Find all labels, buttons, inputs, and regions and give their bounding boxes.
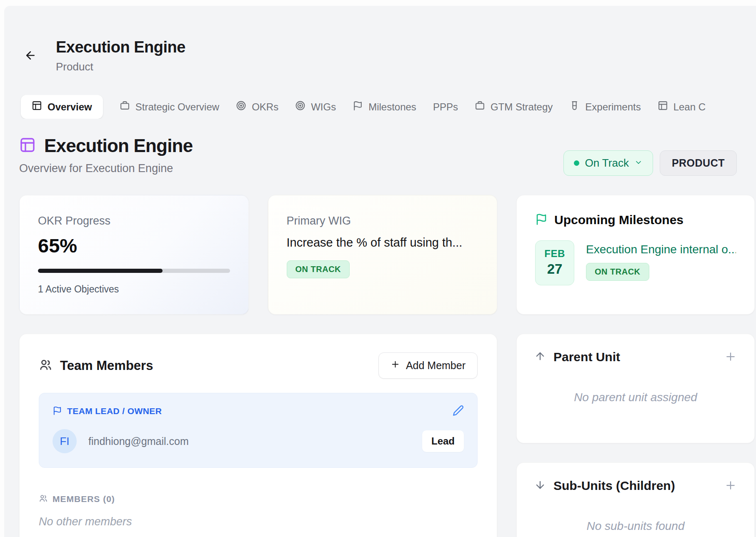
section-title: Execution Engine bbox=[44, 135, 193, 156]
layout-icon bbox=[32, 100, 42, 113]
milestone-day: 27 bbox=[536, 261, 574, 277]
okr-progress-bar bbox=[38, 269, 230, 273]
milestone-item[interactable]: FEB 27 Execution Engine internal o... ON… bbox=[535, 240, 736, 285]
team-lead-label: TEAM LEAD / OWNER bbox=[67, 406, 162, 416]
wig-status-badge: ON TRACK bbox=[287, 260, 350, 278]
layout-icon bbox=[658, 100, 668, 113]
parent-unit-card: Parent Unit No parent unit assigned bbox=[516, 334, 755, 443]
section-header: Execution Engine Overview for Execution … bbox=[19, 135, 756, 176]
back-button[interactable] bbox=[23, 49, 38, 63]
add-sub-unit-button[interactable] bbox=[724, 479, 737, 493]
okr-note: 1 Active Objectives bbox=[38, 284, 230, 295]
briefcase-icon bbox=[475, 100, 485, 113]
members-count-label: MEMBERS (0) bbox=[53, 494, 115, 504]
users-icon bbox=[39, 358, 53, 373]
sub-units-title: Sub-Units (Children) bbox=[553, 479, 675, 493]
briefcase-icon bbox=[120, 100, 130, 113]
tab-lean-canvas[interactable]: Lean C bbox=[658, 100, 706, 113]
beaker-icon bbox=[569, 100, 580, 113]
milestone-month: FEB bbox=[536, 248, 574, 260]
tab-experiments[interactable]: Experiments bbox=[569, 100, 641, 113]
team-members-card: Team Members Add Member TEAM LEAD / OWNE… bbox=[19, 334, 497, 537]
section-subtitle: Overview for Execution Engine bbox=[19, 162, 193, 175]
parent-unit-empty-text: No parent unit assigned bbox=[534, 391, 737, 404]
layout-icon-purple bbox=[19, 137, 36, 155]
right-column: Parent Unit No parent unit assigned Sub-… bbox=[516, 334, 755, 537]
wig-card-label: Primary WIG bbox=[287, 215, 479, 227]
okr-progress-card: OKR Progress 65% 1 Active Objectives bbox=[19, 195, 249, 315]
arrow-down-icon bbox=[534, 479, 546, 492]
members-empty-text: No other members bbox=[39, 515, 478, 528]
team-lead-section: TEAM LEAD / OWNER FI findhiong@gmail.com… bbox=[39, 393, 478, 468]
milestone-text: Execution Engine internal o... bbox=[586, 240, 736, 256]
status-dropdown[interactable]: On Track bbox=[563, 150, 653, 176]
pencil-icon bbox=[453, 411, 464, 417]
tab-okrs[interactable]: OKRs bbox=[236, 100, 278, 113]
lead-role-badge: Lead bbox=[422, 430, 464, 452]
avatar: FI bbox=[53, 429, 77, 453]
main-panel: Execution Engine Product Overview Strate… bbox=[4, 6, 756, 537]
tab-wigs[interactable]: WIGs bbox=[295, 100, 336, 113]
flag-icon-blue bbox=[53, 406, 62, 417]
milestones-title: Upcoming Milestones bbox=[554, 213, 683, 227]
edit-lead-button[interactable] bbox=[453, 405, 464, 417]
okr-progress-fill bbox=[38, 269, 163, 273]
add-parent-unit-button[interactable] bbox=[724, 350, 737, 364]
tab-milestones[interactable]: Milestones bbox=[353, 100, 416, 113]
upcoming-milestones-card: Upcoming Milestones FEB 27 Execution Eng… bbox=[516, 195, 755, 315]
plus-icon bbox=[724, 358, 737, 364]
flag-icon-green bbox=[535, 213, 548, 227]
arrow-up-icon bbox=[534, 350, 546, 364]
target-icon bbox=[236, 100, 246, 113]
status-dot bbox=[574, 160, 579, 166]
okr-percent: 65% bbox=[38, 234, 230, 257]
users-icon-small bbox=[39, 494, 48, 505]
status-label: On Track bbox=[585, 157, 628, 170]
team-card-title: Team Members bbox=[60, 358, 153, 373]
add-member-button[interactable]: Add Member bbox=[378, 352, 478, 379]
milestone-date: FEB 27 bbox=[535, 240, 574, 285]
arrow-left-icon bbox=[24, 49, 37, 63]
milestone-status-badge: ON TRACK bbox=[586, 263, 649, 281]
tab-bar: Overview Strategic Overview OKRs WIGs Mi… bbox=[19, 95, 756, 119]
primary-wig-card: Primary WIG Increase the % of staff usin… bbox=[268, 195, 498, 315]
okr-card-label: OKR Progress bbox=[38, 215, 230, 227]
tab-ppps[interactable]: PPPs bbox=[433, 101, 458, 113]
parent-unit-title: Parent Unit bbox=[553, 350, 620, 364]
type-badge: PRODUCT bbox=[660, 150, 737, 176]
sub-units-card: Sub-Units (Children) No sub-units found bbox=[516, 462, 755, 537]
plus-icon bbox=[724, 487, 737, 493]
flag-icon bbox=[353, 100, 363, 113]
chevron-down-icon bbox=[634, 157, 643, 170]
lead-email: findhiong@gmail.com bbox=[88, 435, 189, 447]
tab-gtm-strategy[interactable]: GTM Strategy bbox=[475, 100, 553, 113]
target-icon bbox=[295, 100, 305, 113]
wig-text: Increase the % of staff using th... bbox=[287, 236, 479, 250]
tab-overview[interactable]: Overview bbox=[21, 95, 103, 119]
cards-grid: OKR Progress 65% 1 Active Objectives Pri… bbox=[19, 195, 756, 537]
page-header: Execution Engine Product bbox=[19, 38, 756, 73]
sub-units-empty-text: No sub-units found bbox=[534, 520, 737, 533]
plus-icon bbox=[391, 360, 400, 372]
tab-strategic-overview[interactable]: Strategic Overview bbox=[120, 100, 219, 113]
page-subtitle: Product bbox=[56, 60, 185, 73]
page-title: Execution Engine bbox=[56, 38, 185, 56]
team-lead-row: FI findhiong@gmail.com Lead bbox=[53, 429, 464, 453]
